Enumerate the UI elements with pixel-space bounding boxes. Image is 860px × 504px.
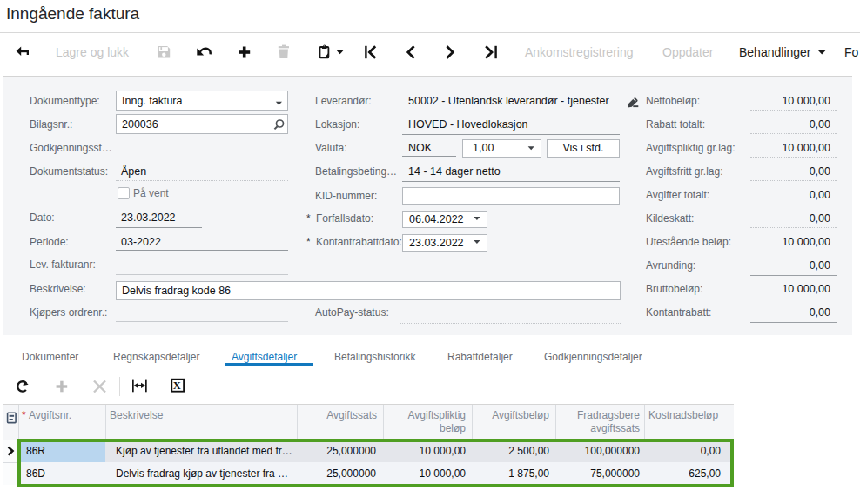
svg-text:X: X [173,380,181,392]
